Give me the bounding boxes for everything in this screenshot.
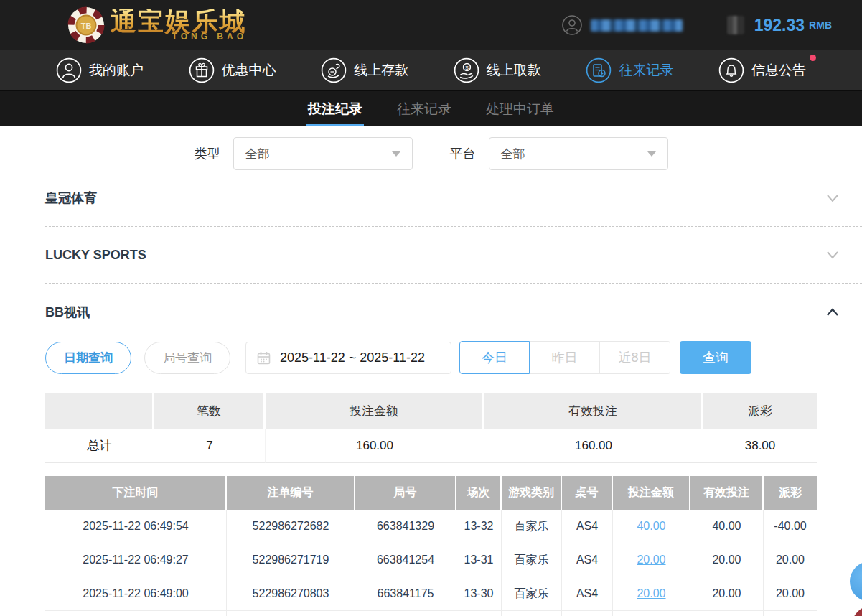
brand-name-cn: 通宝娱乐城 [111, 9, 247, 34]
table-row: 2025-11-22 06:49:27 522986271719 6638412… [45, 543, 817, 577]
today-label: 今日 [482, 349, 507, 366]
date-range-input[interactable]: 2025-11-22 ~ 2025-11-22 [245, 342, 451, 374]
section-title: LUCKY SPORTS [45, 248, 146, 263]
floating-action-button[interactable] [852, 606, 862, 616]
chevron-down-icon [825, 247, 840, 263]
nav-item-my-account[interactable]: 我的账户 [56, 57, 144, 83]
subtab-label: 投注纪录 [308, 100, 362, 118]
subtab-label: 处理中订单 [486, 100, 554, 118]
nav-label: 线上取款 [487, 61, 541, 80]
top-header: TB 通宝娱乐城 TONG BAO 192.33 RMB [0, 0, 862, 50]
summary-header-payout: 派彩 [703, 393, 817, 429]
section-title: 皇冠体育 [45, 190, 97, 207]
nav-item-withdraw[interactable]: $ 线上取款 [454, 57, 541, 83]
cell-session: 13-31 [456, 543, 502, 577]
col-bet-id: 注单编号 [227, 476, 355, 510]
search-button[interactable]: 查询 [680, 341, 751, 374]
nav-item-transaction-records[interactable]: 往来记录 [586, 57, 673, 83]
summary-header-row: 笔数 投注金额 有效投注 派彩 [45, 393, 817, 429]
nav-label: 信息公告 [751, 61, 806, 80]
bet-records-table: 下注时间 注单编号 局号 场次 游戏类别 桌号 投注金额 有效投注 派彩 202… [45, 476, 817, 616]
col-payout: 派彩 [764, 476, 817, 510]
table-row: 2025-11-22 06:49:00 522986270803 6638411… [45, 577, 817, 611]
tab-bet-records[interactable]: 投注纪录 [306, 91, 364, 126]
cell-game-type: 百家乐 [502, 543, 562, 577]
tab-transaction-records[interactable]: 往来记录 [395, 91, 453, 126]
cell-bet-time: 2025-11-22 06:49:54 [45, 510, 227, 543]
floating-service-button[interactable] [850, 561, 862, 602]
header-right: 192.33 RMB [562, 15, 832, 35]
filter-row: 类型 全部 平台 全部 [0, 137, 862, 170]
summary-header-empty [45, 393, 154, 429]
last-8-days-button[interactable]: 近8日 [600, 341, 670, 374]
chevron-down-icon [647, 151, 656, 157]
subtab-label: 往来记录 [397, 100, 451, 118]
yesterday-button[interactable]: 昨日 [530, 341, 600, 374]
cell-game-type: 百家乐 [502, 510, 562, 543]
gift-icon [189, 57, 215, 83]
col-bet-time: 下注时间 [45, 476, 227, 510]
cell-round-id: 663841175 [355, 577, 456, 611]
cell-valid-bet: 20.00 [690, 543, 764, 577]
chevron-up-icon [825, 304, 840, 320]
tab-pending-orders[interactable]: 处理中订单 [484, 91, 556, 126]
chip-tb-text: TB [81, 22, 92, 30]
today-button[interactable]: 今日 [459, 341, 530, 374]
provider-sections: 皇冠体育 LUCKY SPORTS BB视讯 [45, 170, 862, 340]
nav-item-announcements[interactable]: 信息公告 [718, 57, 806, 83]
summary-bet-amount-value: 160.00 [266, 429, 484, 463]
platform-select[interactable]: 全部 [489, 137, 668, 170]
brand-logo[interactable]: TB 通宝娱乐城 TONG BAO [66, 5, 247, 45]
type-select[interactable]: 全部 [233, 137, 413, 170]
wallet-icon-blurred[interactable] [727, 16, 744, 34]
summary-valid-bet-value: 160.00 [484, 429, 703, 463]
section-lucky-sports[interactable]: LUCKY SPORTS [45, 227, 862, 284]
withdraw-icon: $ [454, 57, 479, 83]
table-header-row: 下注时间 注单编号 局号 场次 游戏类别 桌号 投注金额 有效投注 派彩 [45, 476, 817, 510]
cell-bet-time: 2025-11-22 06:49:00 [45, 577, 227, 611]
cell-payout: 20.00 [764, 577, 817, 611]
chevron-down-icon [392, 151, 400, 157]
summary-total-row: 总计 7 160.00 160.00 38.00 [45, 429, 817, 463]
nav-item-deposit[interactable]: 线上存款 [321, 57, 408, 83]
summary-table: 笔数 投注金额 有效投注 派彩 总计 7 160.00 160.00 38.00 [45, 393, 817, 463]
cell-round-id: 663841329 [355, 510, 456, 543]
bet-amount-link[interactable]: 20.00 [637, 587, 665, 600]
brand-name-en: TONG BAO [111, 32, 247, 42]
table-row: 2025-11-22 06:49:54 522986272682 6638413… [45, 510, 817, 543]
cell-valid-bet: 20.00 [690, 577, 764, 611]
bet-amount-link[interactable]: 40.00 [637, 520, 665, 533]
nav-item-promotions[interactable]: 优惠中心 [189, 57, 276, 83]
records-icon [586, 57, 612, 83]
table-row-partial [45, 611, 817, 616]
round-query-button[interactable]: 局号查询 [144, 342, 230, 374]
username-blurred[interactable] [591, 19, 683, 32]
cell-session: 13-32 [456, 510, 502, 543]
bet-amount-link[interactable]: 20.00 [637, 554, 665, 566]
col-session: 场次 [456, 476, 502, 510]
platform-select-value: 全部 [501, 146, 525, 162]
last-8-days-label: 近8日 [618, 349, 651, 366]
chevron-down-icon [825, 190, 840, 206]
col-valid-bet: 有效投注 [690, 476, 764, 510]
col-round-id: 局号 [355, 476, 456, 510]
date-query-button[interactable]: 日期查询 [45, 342, 131, 374]
section-bb-live[interactable]: BB视讯 [45, 284, 862, 340]
subnav-tabs: 投注纪录 往来记录 处理中订单 [0, 91, 862, 126]
section-crown-sports[interactable]: 皇冠体育 [45, 170, 862, 227]
col-bet-amount: 投注金额 [613, 476, 690, 510]
poker-chip-icon: TB [66, 5, 106, 45]
nav-label: 我的账户 [89, 61, 144, 80]
cell-payout: -40.00 [764, 510, 817, 543]
avatar-icon[interactable] [562, 15, 582, 35]
col-game-type: 游戏类别 [502, 476, 562, 510]
cell-valid-bet: 40.00 [690, 510, 764, 543]
col-table-no: 桌号 [562, 476, 613, 510]
cell-bet-time: 2025-11-22 06:49:27 [45, 543, 227, 577]
cell-table-no: AS4 [562, 543, 613, 577]
cell-bet-id: 522986271719 [227, 543, 355, 577]
platform-filter-group: 平台 全部 [450, 137, 668, 170]
nav-label: 优惠中心 [222, 61, 276, 80]
date-range-value: 2025-11-22 ~ 2025-11-22 [280, 350, 425, 365]
nav-label: 线上存款 [354, 61, 408, 80]
